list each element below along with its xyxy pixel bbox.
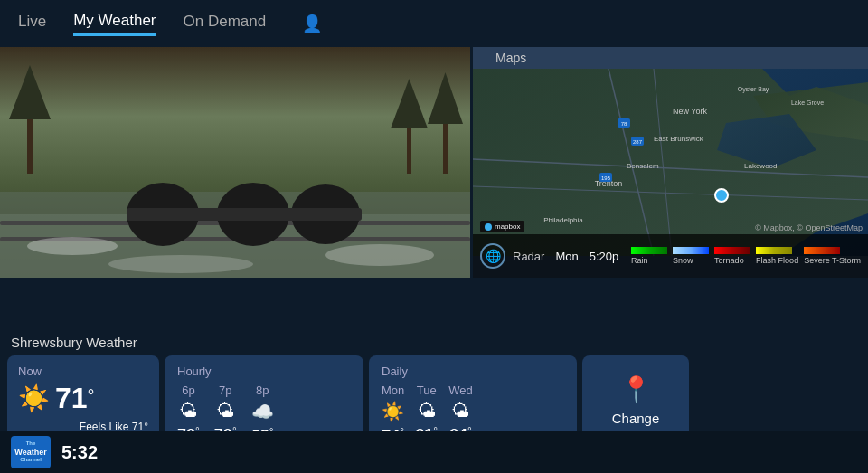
- day-icon-2: 🌤: [451, 401, 469, 421]
- hour-icon-1: 🌤: [216, 401, 234, 421]
- svg-text:Bensalem: Bensalem: [627, 162, 659, 170]
- radar-bar: 🌐 Radar Mon 5:20p Rain Snow Tornado: [473, 234, 868, 278]
- radar-label: Radar: [513, 250, 544, 263]
- svg-text:Lakewood: Lakewood: [744, 162, 777, 170]
- legend-severe: Severe T-Storm: [804, 247, 861, 265]
- day-name-2: Wed: [448, 383, 473, 397]
- legend-flash-flood: Flash Flood: [756, 247, 798, 265]
- legend-snow: Snow: [673, 247, 709, 265]
- bottom-bar: The Weather Channel 5:32: [0, 431, 868, 473]
- map-panel: New York Trenton Philadelphia Oyster Bay…: [473, 47, 868, 278]
- svg-point-11: [108, 255, 253, 273]
- now-temp: 71°: [55, 382, 95, 415]
- video-bg: [0, 47, 470, 278]
- svg-rect-8: [127, 208, 362, 221]
- hour-icon-2: ☁️: [251, 401, 274, 422]
- profile-icon[interactable]: 👤: [302, 14, 322, 33]
- main-content: New York Trenton Philadelphia Oyster Bay…: [0, 47, 868, 327]
- day-icon-0: ☀️: [382, 401, 404, 422]
- nav-my-weather[interactable]: My Weather: [73, 12, 156, 36]
- sun-icon: ☀️: [18, 383, 50, 413]
- nav-live[interactable]: Live: [18, 13, 46, 34]
- hour-label-0: 6p: [182, 383, 194, 397]
- radar-time: 5:20p: [590, 250, 619, 263]
- map-bg: New York Trenton Philadelphia Oyster Bay…: [473, 47, 868, 278]
- svg-text:195: 195: [601, 175, 611, 181]
- svg-text:287: 287: [633, 139, 643, 145]
- location-title: Shrewsbury Weather: [7, 335, 861, 350]
- bottom-time: 5:32: [61, 442, 98, 463]
- svg-rect-14: [407, 128, 411, 174]
- hourly-label: Hourly: [177, 364, 351, 378]
- day-name-0: Mon: [382, 383, 404, 397]
- radar-day: Mon: [555, 250, 578, 263]
- legend-tornado: Tornado: [714, 247, 750, 265]
- twc-logo: The Weather Channel: [11, 436, 51, 468]
- now-main: ☀️ 71°: [18, 382, 148, 415]
- map-credit: © Mapbox, © OpenStreetMap: [755, 223, 863, 232]
- maps-label: Maps: [495, 51, 526, 65]
- svg-point-10: [326, 244, 434, 266]
- svg-point-34: [715, 189, 728, 202]
- location-pin-icon: 📍: [620, 374, 652, 404]
- hour-icon-0: 🌤: [179, 401, 197, 421]
- day-icon-1: 🌤: [418, 401, 436, 421]
- now-label: Now: [18, 364, 148, 378]
- hour-label-1: 7p: [219, 383, 231, 397]
- nav-on-demand[interactable]: On Demand: [184, 13, 267, 34]
- svg-text:Philadelphia: Philadelphia: [543, 216, 583, 224]
- svg-text:Lake Grove: Lake Grove: [791, 99, 824, 106]
- svg-text:New York: New York: [673, 107, 708, 116]
- video-panel: [0, 47, 470, 278]
- hour-label-2: 8p: [256, 383, 269, 397]
- svg-text:78: 78: [621, 121, 627, 127]
- daily-label: Daily: [382, 364, 564, 378]
- scene-svg: [0, 47, 470, 278]
- day-name-1: Tue: [417, 383, 437, 397]
- globe-icon: 🌐: [480, 243, 505, 269]
- svg-rect-16: [443, 124, 448, 174]
- svg-text:East Brunswick: East Brunswick: [654, 135, 704, 143]
- map-legend: Rain Snow Tornado Flash Flood: [631, 247, 861, 265]
- svg-rect-12: [27, 119, 33, 174]
- top-nav: Live My Weather On Demand 👤: [0, 0, 868, 47]
- svg-point-9: [27, 237, 118, 255]
- legend-rain: Rain: [631, 247, 667, 265]
- mapbox-logo: mapbox: [480, 221, 524, 232]
- svg-text:Oyster Bay: Oyster Bay: [738, 86, 769, 93]
